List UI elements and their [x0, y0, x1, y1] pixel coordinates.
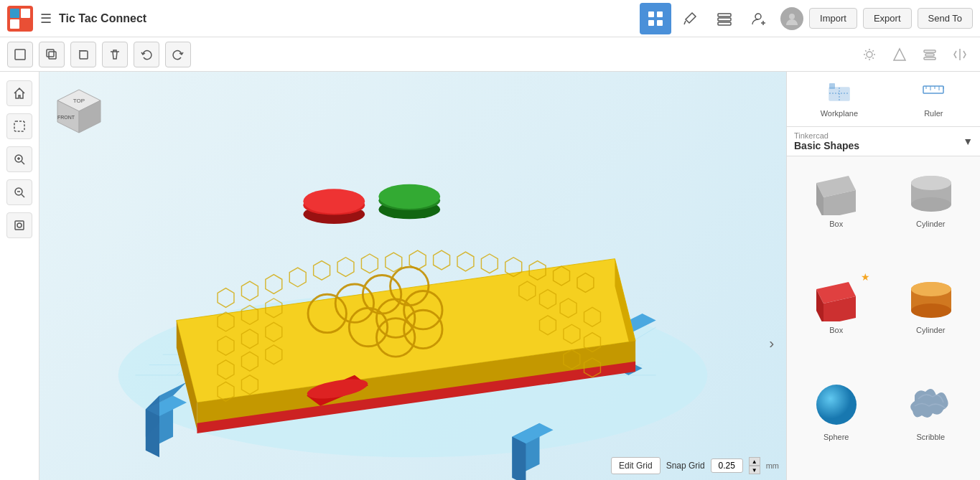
snap-down-arrow[interactable]: ▼ — [749, 466, 760, 474]
right-panel: Workplane Ruler Tinkercad Basic Shapes ▼ — [786, 72, 980, 480]
export-button[interactable]: Export — [863, 8, 912, 29]
tools-button[interactable] — [674, 3, 706, 34]
svg-point-125 — [911, 176, 951, 190]
svg-marker-68 — [314, 261, 330, 281]
project-title: Tic Tac Connect — [59, 12, 146, 25]
dropdown-arrow-icon[interactable]: ▼ — [963, 136, 973, 147]
svg-rect-0 — [648, 11, 654, 17]
align-icon[interactable] — [917, 42, 943, 67]
snap-arrows: ▲ ▼ — [749, 457, 760, 474]
view-cube[interactable]: TOP FRONT — [50, 86, 108, 146]
shape-orange-cylinder-thumb — [902, 273, 959, 323]
undo-button[interactable] — [134, 42, 159, 67]
header-right: Import Export Send To — [640, 3, 980, 34]
svg-point-111 — [303, 189, 365, 213]
snap-up-arrow[interactable]: ▲ — [749, 457, 760, 466]
shape-gray-box-thumb — [808, 166, 865, 217]
add-user-button[interactable] — [743, 3, 775, 34]
delete-button[interactable] — [102, 42, 128, 67]
svg-rect-10 — [49, 52, 56, 59]
shape-red-box[interactable]: ★ Box — [793, 268, 880, 367]
workplane-tool[interactable]: Workplane — [815, 77, 864, 121]
import-button[interactable]: Import — [809, 8, 857, 29]
ruler-tool[interactable]: Ruler — [915, 77, 952, 121]
shape-orange-cylinder-label: Cylinder — [916, 326, 945, 334]
fit-button[interactable] — [6, 212, 32, 238]
redo-button[interactable] — [165, 42, 191, 67]
tinkercad-logo[interactable] — [7, 6, 33, 32]
svg-marker-66 — [266, 275, 282, 294]
svg-point-8 — [789, 14, 795, 19]
svg-text:TOP: TOP — [73, 98, 85, 104]
svg-point-124 — [911, 197, 951, 212]
select-button[interactable] — [6, 113, 32, 139]
grid-view-button[interactable] — [640, 3, 671, 34]
new-button[interactable] — [7, 42, 33, 67]
light-icon[interactable] — [857, 42, 882, 67]
toolbar — [0, 37, 980, 72]
left-sidebar — [0, 72, 39, 480]
svg-marker-67 — [289, 268, 306, 287]
panel-top: Workplane Ruler — [787, 72, 980, 127]
shape-gray-box-label: Box — [829, 220, 843, 228]
header: ☰ Tic Tac Connect — [0, 0, 980, 37]
shape-gray-cylinder-thumb — [902, 166, 959, 217]
duplicate-button[interactable] — [39, 42, 65, 67]
svg-point-7 — [755, 14, 761, 19]
ruler-label: Ruler — [924, 109, 943, 118]
snap-input[interactable] — [711, 458, 743, 473]
svg-rect-15 — [925, 54, 934, 56]
mirror-icon[interactable] — [947, 42, 973, 67]
sendto-button[interactable]: Send To — [918, 8, 973, 29]
layers-button[interactable] — [709, 3, 740, 34]
shapes-dropdown[interactable]: Tinkercad Basic Shapes ▼ — [787, 127, 980, 156]
svg-rect-2 — [648, 20, 654, 26]
ruler-icon — [920, 80, 946, 106]
svg-point-114 — [378, 184, 440, 209]
menu-icon[interactable]: ☰ — [40, 11, 52, 27]
shape-scribble-label: Scribble — [916, 433, 945, 441]
workplane-label: Workplane — [821, 109, 858, 118]
shape-orange-cylinder[interactable]: Cylinder — [887, 268, 975, 367]
shape-gray-box[interactable]: Box — [793, 162, 880, 261]
svg-rect-16 — [924, 57, 935, 60]
zoom-out-button[interactable] — [6, 179, 32, 205]
shape-blue-sphere[interactable]: Sphere — [793, 375, 880, 474]
svg-rect-1 — [657, 11, 663, 17]
shape-icon[interactable] — [887, 42, 913, 67]
shape-blue-sphere-label: Sphere — [823, 433, 849, 441]
scene-canvas: Workplane — [39, 72, 786, 480]
zoom-in-button[interactable] — [6, 146, 32, 172]
viewport[interactable]: TOP FRONT — [39, 72, 786, 480]
shape-red-box-thumb — [808, 273, 865, 323]
edit-grid-button[interactable]: Edit Grid — [611, 457, 661, 474]
svg-marker-65 — [241, 281, 258, 301]
svg-rect-5 — [718, 18, 731, 21]
snap-label: Snap Grid — [666, 461, 705, 471]
svg-text:›: › — [769, 334, 774, 351]
svg-rect-20 — [15, 221, 24, 230]
shape-scribble[interactable]: Scribble — [887, 375, 975, 474]
svg-rect-17 — [14, 121, 24, 131]
svg-point-13 — [867, 52, 872, 57]
snap-unit: mm — [766, 461, 779, 470]
svg-marker-75 — [481, 254, 498, 273]
main: TOP FRONT — [0, 72, 980, 480]
svg-point-131 — [911, 303, 951, 318]
svg-point-21 — [17, 223, 22, 227]
shape-gray-cylinder-label: Cylinder — [916, 220, 945, 228]
copy-button[interactable] — [70, 42, 96, 67]
view-tools — [857, 42, 973, 67]
svg-point-133 — [816, 385, 857, 425]
star-badge: ★ — [861, 271, 870, 283]
shape-gray-cylinder[interactable]: Cylinder — [887, 162, 975, 261]
user-avatar[interactable] — [780, 7, 803, 30]
shape-red-box-label: Box — [829, 326, 843, 334]
shape-scribble-thumb — [902, 380, 959, 430]
svg-rect-14 — [924, 50, 935, 52]
svg-rect-4 — [718, 14, 731, 17]
shape-blue-sphere-thumb — [808, 380, 865, 430]
home-button[interactable] — [6, 80, 32, 106]
tinkercad-label: Tinkercad — [794, 131, 859, 140]
svg-rect-12 — [80, 51, 88, 59]
